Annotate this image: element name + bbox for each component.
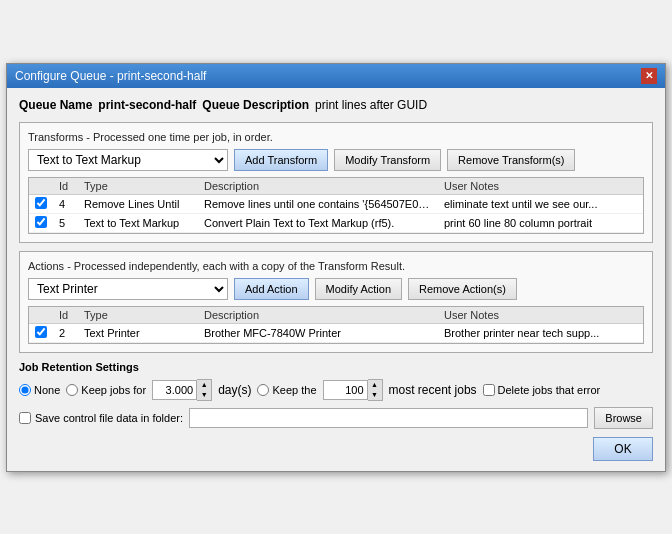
days-spinbox: ▲ ▼ [152, 379, 212, 401]
queue-info-row: Queue Name print-second-half Queue Descr… [19, 98, 653, 112]
window-content: Queue Name print-second-half Queue Descr… [7, 88, 665, 471]
transforms-col-id: Id [53, 178, 78, 195]
actions-table-container: Id Type Description User Notes 2 Text Pr… [28, 306, 644, 344]
configure-queue-window: Configure Queue - print-second-half ✕ Qu… [6, 63, 666, 472]
transforms-col-type: Type [78, 178, 198, 195]
actions-header: Actions - Processed independently, each … [28, 260, 644, 272]
actions-col-notes: User Notes [438, 307, 643, 324]
none-label-text: None [34, 384, 60, 396]
actions-col-desc: Description [198, 307, 438, 324]
actions-col-type: Type [78, 307, 198, 324]
days-up-button[interactable]: ▲ [197, 380, 211, 390]
row-checkbox-cell [29, 213, 53, 232]
row-id: 4 [53, 194, 78, 213]
keep-the-label-text: Keep the [272, 384, 316, 396]
transforms-section: Transforms - Processed one time per job,… [19, 122, 653, 243]
delete-error-text: Delete jobs that error [498, 384, 601, 396]
transforms-dropdown[interactable]: Text to Text Markup [28, 149, 228, 171]
queue-name-label: Queue Name [19, 98, 92, 112]
row-desc: Brother MFC-7840W Printer [198, 323, 438, 342]
table-row[interactable]: 5 Text to Text Markup Convert Plain Text… [29, 213, 643, 232]
days-suffix: day(s) [218, 383, 251, 397]
row-desc: Remove lines until one contains '{564507… [198, 194, 438, 213]
queue-name-value: print-second-half [98, 98, 196, 112]
row-type: Text to Text Markup [78, 213, 198, 232]
row-id: 5 [53, 213, 78, 232]
close-button[interactable]: ✕ [641, 68, 657, 84]
row-notes: eliminate text until we see our... [438, 194, 643, 213]
keep-the-radio[interactable] [257, 384, 269, 396]
row-notes: print 60 line 80 column portrait [438, 213, 643, 232]
actions-col-id: Id [53, 307, 78, 324]
queue-desc-label: Queue Description [202, 98, 309, 112]
row-checkbox[interactable] [35, 197, 47, 209]
days-down-button[interactable]: ▼ [197, 390, 211, 400]
row-type: Text Printer [78, 323, 198, 342]
recent-spinbox: ▲ ▼ [323, 379, 383, 401]
table-row[interactable]: 2 Text Printer Brother MFC-7840W Printer… [29, 323, 643, 342]
days-spinbox-buttons: ▲ ▼ [197, 379, 212, 401]
footer-row: OK [19, 437, 653, 461]
actions-toolbar: Text Printer Add Action Modify Action Re… [28, 278, 644, 300]
title-bar: Configure Queue - print-second-half ✕ [7, 64, 665, 88]
save-control-checkbox[interactable] [19, 412, 31, 424]
actions-dropdown[interactable]: Text Printer [28, 278, 228, 300]
actions-col-check [29, 307, 53, 324]
none-radio[interactable] [19, 384, 31, 396]
add-action-button[interactable]: Add Action [234, 278, 309, 300]
transforms-col-desc: Description [198, 178, 438, 195]
row-desc: Convert Plain Text to Text Markup (rf5). [198, 213, 438, 232]
recent-up-button[interactable]: ▲ [368, 380, 382, 390]
row-checkbox[interactable] [35, 216, 47, 228]
none-radio-label[interactable]: None [19, 384, 60, 396]
actions-table: Id Type Description User Notes 2 Text Pr… [29, 307, 643, 343]
actions-section: Actions - Processed independently, each … [19, 251, 653, 353]
job-retention-title: Job Retention Settings [19, 361, 653, 373]
modify-transform-button[interactable]: Modify Transform [334, 149, 441, 171]
keep-the-radio-label[interactable]: Keep the [257, 384, 316, 396]
save-control-label[interactable]: Save control file data in folder: [19, 412, 183, 424]
window-title: Configure Queue - print-second-half [15, 69, 206, 83]
row-type: Remove Lines Until [78, 194, 198, 213]
keep-jobs-radio-label[interactable]: Keep jobs for [66, 384, 146, 396]
recent-spinbox-buttons: ▲ ▼ [368, 379, 383, 401]
keep-jobs-label-text: Keep jobs for [81, 384, 146, 396]
keep-jobs-radio[interactable] [66, 384, 78, 396]
recent-input[interactable] [323, 380, 368, 400]
folder-path-input[interactable] [189, 408, 588, 428]
remove-action-button[interactable]: Remove Action(s) [408, 278, 517, 300]
row-checkbox-cell [29, 194, 53, 213]
days-input[interactable] [152, 380, 197, 400]
transforms-col-notes: User Notes [438, 178, 643, 195]
recent-suffix: most recent jobs [389, 383, 477, 397]
delete-error-checkbox[interactable] [483, 384, 495, 396]
recent-down-button[interactable]: ▼ [368, 390, 382, 400]
save-control-text: Save control file data in folder: [35, 412, 183, 424]
ok-button[interactable]: OK [593, 437, 653, 461]
row-id: 2 [53, 323, 78, 342]
delete-error-label[interactable]: Delete jobs that error [483, 384, 601, 396]
modify-action-button[interactable]: Modify Action [315, 278, 402, 300]
row-notes: Brother printer near tech supp... [438, 323, 643, 342]
remove-transform-button[interactable]: Remove Transform(s) [447, 149, 575, 171]
browse-button[interactable]: Browse [594, 407, 653, 429]
table-row[interactable]: 4 Remove Lines Until Remove lines until … [29, 194, 643, 213]
transforms-header: Transforms - Processed one time per job,… [28, 131, 644, 143]
queue-desc-value: print lines after GUID [315, 98, 427, 112]
folder-row: Save control file data in folder: Browse [19, 407, 653, 429]
transforms-table-container: Id Type Description User Notes 4 Remove … [28, 177, 644, 234]
add-transform-button[interactable]: Add Transform [234, 149, 328, 171]
transforms-toolbar: Text to Text Markup Add Transform Modify… [28, 149, 644, 171]
job-retention-section: Job Retention Settings None Keep jobs fo… [19, 361, 653, 429]
row-checkbox-cell [29, 323, 53, 342]
transforms-table: Id Type Description User Notes 4 Remove … [29, 178, 643, 233]
retention-options-row: None Keep jobs for ▲ ▼ day(s) Keep the [19, 379, 653, 401]
row-checkbox[interactable] [35, 326, 47, 338]
transforms-col-check [29, 178, 53, 195]
